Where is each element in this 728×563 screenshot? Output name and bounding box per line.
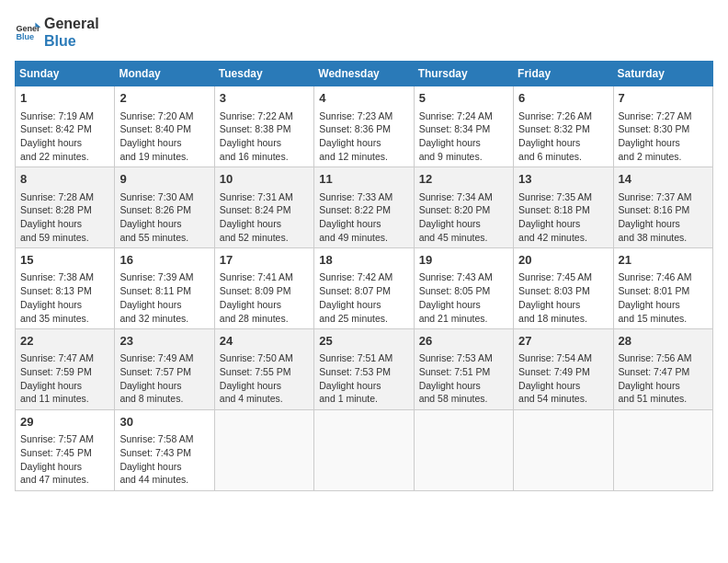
day-cell-22: 22 Sunrise: 7:47 AMSunset: 7:59 PMDaylig…: [16, 329, 115, 410]
cell-content-25: Sunrise: 7:51 AMSunset: 7:53 PMDaylight …: [319, 351, 408, 406]
calendar-header-row: Sunday Monday Tuesday Wednesday Thursday…: [16, 62, 713, 86]
empty-cell: [214, 410, 313, 491]
day-cell-18: 18 Sunrise: 7:42 AMSunset: 8:07 PMDaylig…: [314, 248, 414, 329]
day-number-12: 12: [419, 171, 508, 188]
day-number-11: 11: [319, 171, 408, 188]
day-cell-27: 27 Sunrise: 7:54 AMSunset: 7:49 PMDaylig…: [514, 329, 613, 410]
day-number-23: 23: [119, 333, 209, 350]
day-number-29: 29: [20, 414, 109, 431]
day-number-19: 19: [419, 252, 508, 269]
day-cell-6: 6 Sunrise: 7:26 AMSunset: 8:32 PMDayligh…: [514, 86, 613, 167]
day-number-21: 21: [619, 252, 708, 269]
day-number-28: 28: [619, 333, 708, 350]
logo-text-blue: Blue: [44, 32, 99, 50]
day-number-5: 5: [419, 90, 508, 107]
cell-content-12: Sunrise: 7:34 AMSunset: 8:20 PMDaylight …: [419, 190, 508, 245]
day-number-6: 6: [518, 90, 608, 107]
cell-content-21: Sunrise: 7:46 AMSunset: 8:01 PMDaylight …: [619, 270, 708, 325]
cell-content-17: Sunrise: 7:41 AMSunset: 8:09 PMDaylight …: [220, 270, 309, 325]
cell-content-23: Sunrise: 7:49 AMSunset: 7:57 PMDaylight …: [119, 351, 209, 406]
day-cell-1: 1 Sunrise: 7:19 AMSunset: 8:42 PMDayligh…: [16, 86, 115, 167]
day-number-7: 7: [619, 90, 708, 107]
day-number-27: 27: [518, 333, 608, 350]
cell-content-13: Sunrise: 7:35 AMSunset: 8:18 PMDaylight …: [518, 190, 608, 245]
logo-icon: General Blue: [15, 19, 40, 45]
header-friday: Friday: [514, 62, 613, 86]
day-number-22: 22: [20, 333, 109, 350]
day-number-20: 20: [518, 252, 608, 269]
day-number-24: 24: [220, 333, 309, 350]
cell-content-5: Sunrise: 7:24 AMSunset: 8:34 PMDaylight …: [419, 109, 508, 164]
calendar-table: Sunday Monday Tuesday Wednesday Thursday…: [15, 61, 713, 491]
week-row-4: 22 Sunrise: 7:47 AMSunset: 7:59 PMDaylig…: [16, 329, 713, 410]
page-header: General Blue General Blue: [15, 15, 713, 50]
cell-content-8: Sunrise: 7:28 AMSunset: 8:28 PMDaylight …: [20, 190, 109, 245]
day-cell-29: 29 Sunrise: 7:57 AMSunset: 7:45 PMDaylig…: [16, 410, 115, 491]
day-number-10: 10: [220, 171, 309, 188]
day-cell-3: 3 Sunrise: 7:22 AMSunset: 8:38 PMDayligh…: [214, 86, 313, 167]
day-cell-17: 17 Sunrise: 7:41 AMSunset: 8:09 PMDaylig…: [214, 248, 313, 329]
cell-content-19: Sunrise: 7:43 AMSunset: 8:05 PMDaylight …: [419, 270, 508, 325]
header-thursday: Thursday: [414, 62, 513, 86]
empty-cell: [314, 410, 414, 491]
cell-content-26: Sunrise: 7:53 AMSunset: 7:51 PMDaylight …: [419, 351, 508, 406]
empty-cell: [613, 410, 712, 491]
week-row-5: 29 Sunrise: 7:57 AMSunset: 7:45 PMDaylig…: [16, 410, 713, 491]
day-cell-25: 25 Sunrise: 7:51 AMSunset: 7:53 PMDaylig…: [314, 329, 414, 410]
cell-content-9: Sunrise: 7:30 AMSunset: 8:26 PMDaylight …: [119, 190, 209, 245]
day-cell-5: 5 Sunrise: 7:24 AMSunset: 8:34 PMDayligh…: [414, 86, 513, 167]
cell-content-6: Sunrise: 7:26 AMSunset: 8:32 PMDaylight …: [518, 109, 608, 164]
cell-content-11: Sunrise: 7:33 AMSunset: 8:22 PMDaylight …: [319, 190, 408, 245]
cell-content-10: Sunrise: 7:31 AMSunset: 8:24 PMDaylight …: [220, 190, 309, 245]
day-cell-28: 28 Sunrise: 7:56 AMSunset: 7:47 PMDaylig…: [613, 329, 712, 410]
day-number-4: 4: [319, 90, 408, 107]
day-number-30: 30: [119, 414, 209, 431]
day-number-26: 26: [419, 333, 508, 350]
empty-cell: [514, 410, 613, 491]
day-cell-7: 7 Sunrise: 7:27 AMSunset: 8:30 PMDayligh…: [613, 86, 712, 167]
cell-content-1: Sunrise: 7:19 AMSunset: 8:42 PMDaylight …: [20, 109, 109, 164]
cell-content-7: Sunrise: 7:27 AMSunset: 8:30 PMDaylight …: [619, 109, 708, 164]
header-monday: Monday: [115, 62, 214, 86]
cell-content-14: Sunrise: 7:37 AMSunset: 8:16 PMDaylight …: [619, 190, 708, 245]
day-number-18: 18: [319, 252, 408, 269]
day-cell-15: 15 Sunrise: 7:38 AMSunset: 8:13 PMDaylig…: [16, 248, 115, 329]
day-cell-8: 8 Sunrise: 7:28 AMSunset: 8:28 PMDayligh…: [16, 167, 115, 248]
logo: General Blue General Blue: [15, 15, 99, 50]
svg-text:Blue: Blue: [16, 33, 34, 42]
day-cell-30: 30 Sunrise: 7:58 AMSunset: 7:43 PMDaylig…: [115, 410, 214, 491]
cell-content-3: Sunrise: 7:22 AMSunset: 8:38 PMDaylight …: [220, 109, 309, 164]
day-cell-10: 10 Sunrise: 7:31 AMSunset: 8:24 PMDaylig…: [214, 167, 313, 248]
day-cell-12: 12 Sunrise: 7:34 AMSunset: 8:20 PMDaylig…: [414, 167, 513, 248]
day-number-14: 14: [619, 171, 708, 188]
day-cell-9: 9 Sunrise: 7:30 AMSunset: 8:26 PMDayligh…: [115, 167, 214, 248]
day-cell-4: 4 Sunrise: 7:23 AMSunset: 8:36 PMDayligh…: [314, 86, 414, 167]
empty-cell: [414, 410, 513, 491]
day-cell-21: 21 Sunrise: 7:46 AMSunset: 8:01 PMDaylig…: [613, 248, 712, 329]
day-number-8: 8: [20, 171, 109, 188]
cell-content-16: Sunrise: 7:39 AMSunset: 8:11 PMDaylight …: [119, 270, 209, 325]
day-cell-2: 2 Sunrise: 7:20 AMSunset: 8:40 PMDayligh…: [115, 86, 214, 167]
day-number-13: 13: [518, 171, 608, 188]
cell-content-2: Sunrise: 7:20 AMSunset: 8:40 PMDaylight …: [119, 109, 209, 164]
cell-content-30: Sunrise: 7:58 AMSunset: 7:43 PMDaylight …: [119, 432, 209, 487]
cell-content-4: Sunrise: 7:23 AMSunset: 8:36 PMDaylight …: [319, 109, 408, 164]
cell-content-29: Sunrise: 7:57 AMSunset: 7:45 PMDaylight …: [20, 432, 109, 487]
day-cell-11: 11 Sunrise: 7:33 AMSunset: 8:22 PMDaylig…: [314, 167, 414, 248]
header-tuesday: Tuesday: [214, 62, 313, 86]
cell-content-20: Sunrise: 7:45 AMSunset: 8:03 PMDaylight …: [518, 270, 608, 325]
logo-text-general: General: [44, 15, 99, 32]
header-sunday: Sunday: [16, 62, 115, 86]
day-number-9: 9: [119, 171, 209, 188]
day-cell-24: 24 Sunrise: 7:50 AMSunset: 7:55 PMDaylig…: [214, 329, 313, 410]
day-cell-16: 16 Sunrise: 7:39 AMSunset: 8:11 PMDaylig…: [115, 248, 214, 329]
header-wednesday: Wednesday: [314, 62, 414, 86]
day-number-1: 1: [20, 90, 109, 107]
day-number-25: 25: [319, 333, 408, 350]
day-cell-19: 19 Sunrise: 7:43 AMSunset: 8:05 PMDaylig…: [414, 248, 513, 329]
cell-content-15: Sunrise: 7:38 AMSunset: 8:13 PMDaylight …: [20, 270, 109, 325]
cell-content-18: Sunrise: 7:42 AMSunset: 8:07 PMDaylight …: [319, 270, 408, 325]
day-cell-26: 26 Sunrise: 7:53 AMSunset: 7:51 PMDaylig…: [414, 329, 513, 410]
day-cell-13: 13 Sunrise: 7:35 AMSunset: 8:18 PMDaylig…: [514, 167, 613, 248]
week-row-2: 8 Sunrise: 7:28 AMSunset: 8:28 PMDayligh…: [16, 167, 713, 248]
